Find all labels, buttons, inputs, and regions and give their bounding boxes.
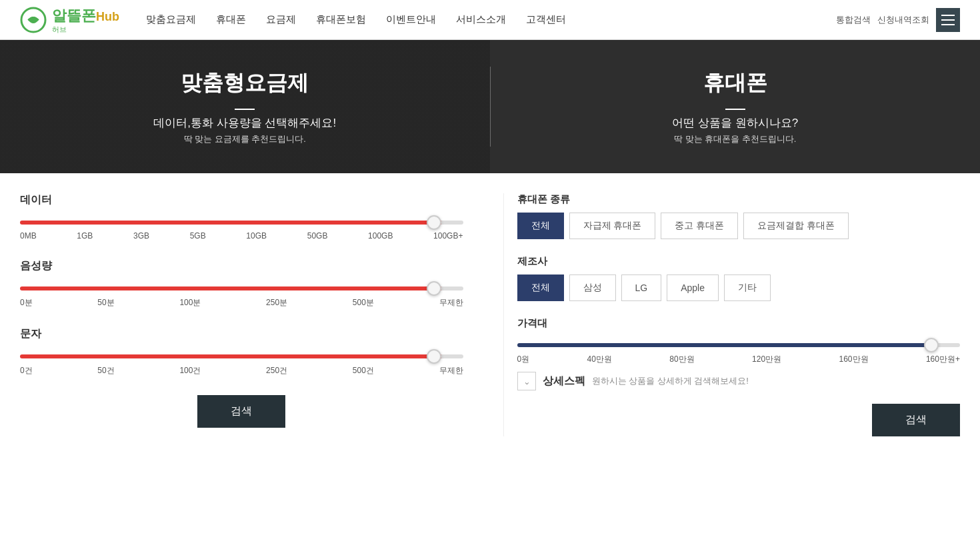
price-tick-4: 160만원: [839, 354, 869, 365]
phone-type-combined[interactable]: 요금제결합 휴대폰: [743, 213, 849, 239]
voice-tick-3: 250분: [266, 297, 287, 308]
data-tick-5: 50GB: [307, 231, 328, 241]
voice-slider[interactable]: [20, 286, 463, 290]
banner-left-desc: 딱 맞는 요금제를 추천드립니다.: [184, 133, 306, 145]
manufacturer-label: 제조사: [517, 255, 961, 268]
price-label: 가격대: [517, 317, 961, 330]
voice-tick-4: 500분: [353, 297, 374, 308]
voice-slider-ticks: 0분 50분 100분 250분 500분 무제한: [20, 297, 463, 308]
text-tick-1: 50건: [97, 365, 114, 376]
voice-tick-5: 무제한: [439, 297, 463, 308]
data-tick-6: 100GB: [368, 231, 393, 241]
banner-right-sub: 어떤 상품을 원하시나요?: [672, 115, 798, 131]
logo-sub: 허브: [52, 26, 119, 33]
history-link[interactable]: 신청내역조회: [877, 14, 929, 26]
price-tick-1: 40만원: [587, 354, 612, 365]
phone-type-used[interactable]: 중고 휴대폰: [661, 213, 738, 239]
manufacturer-lg[interactable]: LG: [621, 274, 662, 301]
main-nav: 맞춤요금제 휴대폰 요금제 휴대폰보험 이벤트안내 서비스소개 고객센터: [146, 13, 836, 26]
text-tick-4: 500건: [353, 365, 374, 376]
voice-slider-label: 음성량: [20, 259, 463, 273]
manufacturer-apple[interactable]: Apple: [667, 274, 719, 301]
banner-right-line: [725, 109, 745, 110]
manufacturer-all[interactable]: 전체: [517, 274, 564, 301]
price-tick-0: 0원: [517, 354, 530, 365]
banner: 맞춤형요금제 데이터,통화 사용량을 선택해주세요! 딱 맞는 요금제를 추천드…: [0, 40, 980, 173]
header: 알뜰폰Hub 허브 맞춤요금제 휴대폰 요금제 휴대폰보험 이벤트안내 서비스소…: [0, 0, 980, 40]
nav-item-support[interactable]: 고객센터: [526, 13, 566, 26]
text-tick-3: 250건: [266, 365, 287, 376]
detail-spec-desc: 원하시는 상품을 상세하게 검색해보세요!: [592, 375, 749, 387]
nav-item-rates[interactable]: 요금제: [266, 13, 296, 26]
search-link[interactable]: 통합검색: [836, 14, 871, 26]
menu-button[interactable]: [936, 8, 960, 32]
banner-right-desc: 딱 맞는 휴대폰을 추천드립니다.: [674, 133, 796, 145]
manufacturer-other[interactable]: 기타: [724, 274, 771, 301]
manufacturer-samsung[interactable]: 삼성: [569, 274, 616, 301]
nav-item-service[interactable]: 서비스소개: [456, 13, 506, 26]
voice-tick-2: 100분: [179, 297, 201, 308]
menu-line-3: [941, 24, 955, 25]
text-slider-ticks: 0건 50건 100건 250건 500건 무제한: [20, 365, 463, 376]
phone-type-filter-group: 전체 자급제 휴대폰 중고 휴대폰 요금제결합 휴대폰: [517, 213, 961, 239]
logo-icon: [20, 7, 47, 33]
data-tick-2: 3GB: [133, 231, 149, 241]
manufacturer-filter-group: 전체 삼성 LG Apple 기타: [517, 274, 961, 301]
data-tick-0: 0MB: [20, 231, 37, 241]
text-tick-0: 0건: [20, 365, 33, 376]
price-tick-3: 120만원: [752, 354, 781, 365]
chevron-down-icon[interactable]: ⌄: [517, 372, 536, 390]
main-content: 데이터 0MB 1GB 3GB 5GB 10GB 50GB 100GB 100G…: [0, 173, 980, 463]
banner-left: 맞춤형요금제 데이터,통화 사용량을 선택해주세요! 딱 맞는 요금제를 추천드…: [0, 55, 490, 159]
price-tick-2: 80만원: [669, 354, 694, 365]
price-tick-5: 160만원+: [926, 354, 960, 365]
nav-item-insurance[interactable]: 휴대폰보험: [316, 13, 366, 26]
right-search-button[interactable]: 검색: [872, 404, 960, 436]
nav-item-phones[interactable]: 휴대폰: [216, 13, 246, 26]
logo-text-wrapper: 알뜰폰Hub 허브: [52, 6, 119, 33]
banner-left-title: 맞춤형요금제: [181, 69, 309, 98]
data-tick-4: 10GB: [246, 231, 267, 241]
left-panel: 데이터 0MB 1GB 3GB 5GB 10GB 50GB 100GB 100G…: [20, 193, 477, 436]
banner-right: 휴대폰 어떤 상품을 원하시나요? 딱 맞는 휴대폰을 추천드립니다.: [491, 55, 981, 159]
data-slider-label: 데이터: [20, 193, 463, 207]
right-panel: 휴대폰 종류 전체 자급제 휴대폰 중고 휴대폰 요금제결합 휴대폰 제조사 전…: [503, 193, 961, 436]
banner-left-line: [235, 109, 255, 110]
logo-hub: Hub: [96, 10, 119, 23]
voice-slider-section: 음성량 0분 50분 100분 250분 500분 무제한: [20, 259, 463, 308]
text-slider[interactable]: [20, 354, 463, 358]
voice-tick-0: 0분: [20, 297, 33, 308]
data-slider-section: 데이터 0MB 1GB 3GB 5GB 10GB 50GB 100GB 100G…: [20, 193, 463, 241]
left-search-button[interactable]: 검색: [197, 395, 285, 428]
banner-left-sub: 데이터,통화 사용량을 선택해주세요!: [153, 115, 336, 131]
logo[interactable]: 알뜰폰Hub 허브: [20, 6, 119, 33]
text-slider-section: 문자 0건 50건 100건 250건 500건 무제한: [20, 327, 463, 376]
data-slider-ticks: 0MB 1GB 3GB 5GB 10GB 50GB 100GB 100GB+: [20, 231, 463, 241]
phone-type-label: 휴대폰 종류: [517, 193, 961, 206]
nav-item-events[interactable]: 이벤트안내: [386, 13, 436, 26]
phone-type-sim-free[interactable]: 자급제 휴대폰: [569, 213, 656, 239]
text-tick-5: 무제한: [439, 365, 463, 376]
detail-spec-row: ⌄ 상세스펙 원하시는 상품을 상세하게 검색해보세요!: [517, 372, 961, 390]
price-slider-wrapper: 0원 40만원 80만원 120만원 160만원 160만원+: [517, 336, 961, 365]
phone-type-all[interactable]: 전체: [517, 213, 564, 239]
logo-brand: 알뜰폰: [52, 7, 96, 24]
menu-line-2: [941, 19, 955, 21]
header-right: 통합검색 신청내역조회: [836, 8, 960, 32]
menu-line-1: [941, 15, 955, 16]
logo-main-text: 알뜰폰Hub: [52, 7, 119, 24]
data-tick-7: 100GB+: [433, 231, 463, 241]
data-slider[interactable]: [20, 221, 463, 225]
data-tick-1: 1GB: [77, 231, 93, 241]
nav-item-plans[interactable]: 맞춤요금제: [146, 13, 196, 26]
price-slider-ticks: 0원 40만원 80만원 120만원 160만원 160만원+: [517, 354, 961, 365]
banner-right-title: 휴대폰: [703, 69, 767, 98]
data-tick-3: 5GB: [190, 231, 206, 241]
detail-spec-label: 상세스펙: [543, 374, 585, 388]
text-tick-2: 100건: [179, 365, 201, 376]
voice-tick-1: 50분: [97, 297, 114, 308]
price-slider[interactable]: [517, 343, 961, 347]
text-slider-label: 문자: [20, 327, 463, 341]
